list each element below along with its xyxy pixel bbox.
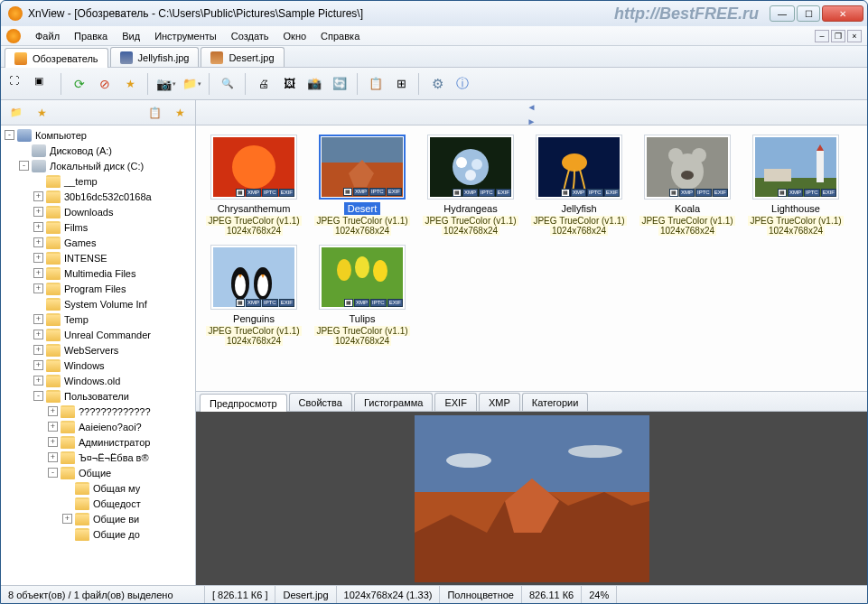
tree-expander[interactable]: - xyxy=(48,468,58,478)
thumbnail-pane[interactable]: ▦XMPIPTCEXIFChrysanthemumJPEG TrueColor … xyxy=(196,125,867,391)
thumbnail-penguins[interactable]: ▦XMPIPTCEXIFPenguinsJPEG TrueColor (v1.1… xyxy=(203,245,304,346)
tree-node[interactable]: +Администратор xyxy=(1,434,195,450)
nav-forward-button[interactable] xyxy=(522,115,542,125)
preview-image-area[interactable] xyxy=(196,412,867,585)
tree-expander[interactable]: + xyxy=(33,330,43,339)
tree-node[interactable]: System Volume Inf xyxy=(1,296,195,311)
slideshow-button[interactable]: 🖼 xyxy=(277,72,301,96)
tree-node[interactable]: -Общие xyxy=(1,465,195,480)
tree-node[interactable]: -Компьютер xyxy=(1,127,195,143)
mdi-close-button[interactable]: × xyxy=(847,30,862,42)
tree-expander[interactable]: + xyxy=(48,437,58,447)
tree-expander[interactable]: + xyxy=(33,314,43,324)
menu-файл[interactable]: Файл xyxy=(28,28,67,44)
tree-node[interactable]: +Unreal Commander xyxy=(1,327,195,342)
tree-fav2-button[interactable] xyxy=(170,103,190,123)
tree-expander[interactable]: + xyxy=(48,406,58,416)
tree-node[interactable]: Общедост xyxy=(1,496,195,511)
tree-expander[interactable]: - xyxy=(5,130,14,140)
maximize-button[interactable]: ☐ xyxy=(797,5,820,22)
tree-node[interactable]: +Temp xyxy=(1,311,195,327)
preview-tab-0[interactable]: Предпросмотр xyxy=(200,394,287,412)
convert-button[interactable]: 🔄 xyxy=(328,72,351,96)
tree-node[interactable]: Общая му xyxy=(1,480,195,496)
tree-node[interactable]: +Общие ви xyxy=(1,511,195,526)
thumbnail-koala[interactable]: ▦XMPIPTCEXIFKoalaJPEG TrueColor (v1.1)10… xyxy=(637,135,738,236)
folder-tree[interactable]: -КомпьютерДисковод (A:)-Локальный диск (… xyxy=(1,125,196,585)
preview-tab-1[interactable]: Свойства xyxy=(289,393,352,411)
tree-node[interactable]: +INTENSE xyxy=(1,250,195,265)
thumbnail-tulips[interactable]: ▦XMPIPTCEXIFTulipsJPEG TrueColor (v1.1)1… xyxy=(312,245,413,346)
thumbnail-jellyfish[interactable]: ▦XMPIPTCEXIFJellyfishJPEG TrueColor (v1.… xyxy=(528,135,630,236)
tree-node[interactable]: __temp xyxy=(1,173,195,189)
open-folder-button[interactable] xyxy=(180,72,203,96)
tree-node[interactable]: -Пользователи xyxy=(1,388,195,404)
tree-fav-icon[interactable] xyxy=(32,103,51,123)
fullscreen-button[interactable]: ⛶ xyxy=(6,72,30,96)
tree-node[interactable]: +Downloads xyxy=(1,204,195,219)
tree-expander[interactable]: + xyxy=(33,376,43,386)
thumbnail-lighthouse[interactable]: ▦XMPIPTCEXIFLighthouseJPEG TrueColor (v1… xyxy=(745,135,846,236)
tree-expander[interactable]: + xyxy=(33,222,43,232)
menu-окно[interactable]: Окно xyxy=(276,28,314,44)
fit-button[interactable]: ▣ xyxy=(32,72,55,96)
capture-button[interactable]: 📸 xyxy=(303,72,326,96)
reload-button[interactable] xyxy=(68,72,91,96)
tree-node[interactable]: -Локальный диск (C:) xyxy=(1,158,195,173)
search-button[interactable] xyxy=(216,72,239,96)
tree-node[interactable]: +Games xyxy=(1,235,195,250)
tree-expander[interactable]: + xyxy=(48,422,58,432)
tree-favorites-button[interactable]: 📁 xyxy=(6,103,26,123)
acquire-button[interactable]: 📷 xyxy=(154,72,178,96)
print-button[interactable] xyxy=(252,72,275,96)
minimize-button[interactable]: — xyxy=(770,5,795,22)
tree-node[interactable]: +Multimedia Files xyxy=(1,265,195,281)
menu-правка[interactable]: Правка xyxy=(67,28,115,44)
thumbnail-desert[interactable]: ▦XMPIPTCEXIFDesertJPEG TrueColor (v1.1)1… xyxy=(312,135,413,236)
mdi-restore-button[interactable]: ❐ xyxy=(831,30,845,42)
tree-expander[interactable]: + xyxy=(33,207,43,217)
preview-tab-3[interactable]: EXIF xyxy=(434,393,476,411)
menu-создать[interactable]: Создать xyxy=(224,28,276,44)
tree-node[interactable]: +WebServers xyxy=(1,342,195,358)
compare-button[interactable]: ⊞ xyxy=(389,72,413,96)
tree-node[interactable]: +Windows.old xyxy=(1,373,195,388)
titlebar[interactable]: XnView - [Обозреватель - C:\Users\Public… xyxy=(1,1,867,26)
tree-node[interactable]: +Windows xyxy=(1,358,195,373)
tree-expander[interactable]: + xyxy=(33,283,43,293)
app-menu-icon[interactable] xyxy=(6,29,21,43)
tab-desert-jpg[interactable]: Desert.jpg xyxy=(201,47,284,67)
batch-button[interactable]: 📋 xyxy=(364,72,387,96)
tree-expander[interactable]: + xyxy=(33,345,43,355)
stop-button[interactable]: ⊘ xyxy=(93,72,117,96)
tree-clipboard-button[interactable]: 📋 xyxy=(145,103,164,123)
tree-expander[interactable]: + xyxy=(33,360,43,370)
tree-expander[interactable]: + xyxy=(62,514,72,524)
nav-back-button[interactable] xyxy=(522,100,542,113)
about-button[interactable] xyxy=(451,72,474,96)
tree-node[interactable]: Дисковод (A:) xyxy=(1,143,195,158)
preview-tab-5[interactable]: Категории xyxy=(522,393,589,411)
tree-node[interactable]: +????????????? xyxy=(1,404,195,419)
tree-node[interactable]: +Program Files xyxy=(1,281,195,296)
settings-button[interactable] xyxy=(425,72,449,96)
tree-node[interactable]: +Aaieieno?aoi? xyxy=(1,419,195,434)
menu-вид[interactable]: Вид xyxy=(115,28,147,44)
thumbnail-hydrangeas[interactable]: ▦XMPIPTCEXIFHydrangeasJPEG TrueColor (v1… xyxy=(420,135,521,236)
tree-node[interactable]: +30b16dc532c0168a xyxy=(1,189,195,204)
tree-expander[interactable]: - xyxy=(19,161,29,171)
favorites-button[interactable] xyxy=(118,72,142,96)
mdi-minimize-button[interactable]: – xyxy=(815,30,829,42)
tab-jellyfish-jpg[interactable]: Jellyfish.jpg xyxy=(110,47,200,67)
menu-инструменты[interactable]: Инструменты xyxy=(147,28,224,44)
thumbnail-chrysanthemum[interactable]: ▦XMPIPTCEXIFChrysanthemumJPEG TrueColor … xyxy=(203,135,304,236)
tab--[interactable]: Обозреватель xyxy=(5,48,108,68)
close-button[interactable]: ✕ xyxy=(822,5,863,22)
tree-expander[interactable]: + xyxy=(33,237,43,247)
tree-expander[interactable]: + xyxy=(48,452,58,462)
preview-tab-2[interactable]: Гистограмма xyxy=(354,393,434,411)
preview-tab-4[interactable]: XMP xyxy=(479,393,520,411)
menu-справка[interactable]: Справка xyxy=(313,28,367,44)
tree-expander[interactable]: + xyxy=(33,191,43,201)
tree-expander[interactable]: + xyxy=(33,253,43,263)
